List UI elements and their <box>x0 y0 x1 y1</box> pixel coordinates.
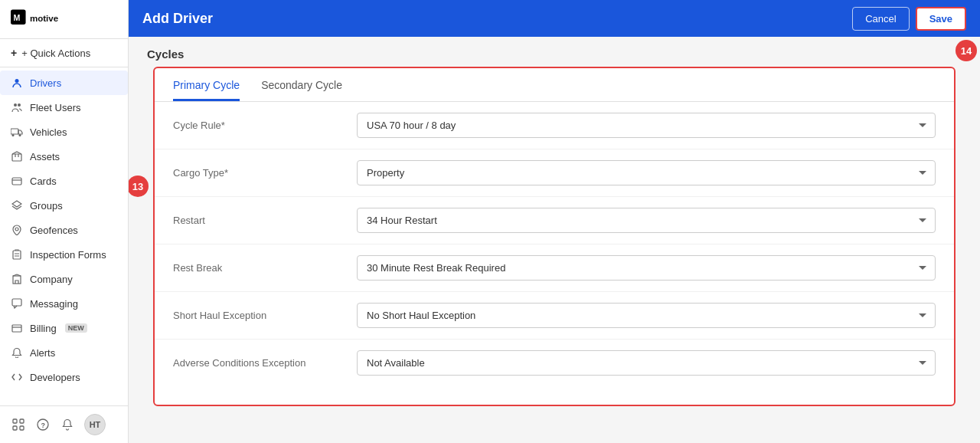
sidebar-item-inspection-forms[interactable]: Inspection Forms <box>0 242 128 267</box>
person-icon <box>11 77 23 89</box>
section-label: Cycles <box>129 37 980 67</box>
building-icon <box>11 273 23 285</box>
form-row-restart: Restart No Restart 34 Hour Restart 168 H… <box>155 197 954 244</box>
tab-secondary-cycle[interactable]: Secondary Cycle <box>261 68 342 101</box>
sidebar-nav: Drivers Fleet Users Vehicles Assets Card <box>0 67 128 405</box>
svg-text:?: ? <box>41 422 46 429</box>
cancel-button[interactable]: Cancel <box>852 7 909 31</box>
tab-primary-cycle[interactable]: Primary Cycle <box>173 68 240 101</box>
svg-point-8 <box>19 134 21 136</box>
step-badge-13: 13 <box>129 176 149 197</box>
motive-logo: M motive <box>11 9 72 28</box>
sidebar-footer: ? HT <box>0 405 128 443</box>
step-badge-14: 14 <box>956 40 977 61</box>
svg-rect-25 <box>20 419 24 423</box>
sidebar-item-label: Developers <box>30 372 80 383</box>
form-row-rest-break: Rest Break No Rest Break Required 30 Min… <box>155 244 954 292</box>
svg-text:motive: motive <box>30 14 59 23</box>
form-control-restart: No Restart 34 Hour Restart 168 Hour Rest… <box>357 208 936 233</box>
cycle-rule-select[interactable]: USA 70 hour / 8 day USA 60 hour / 7 day … <box>357 113 936 138</box>
svg-rect-21 <box>12 299 21 306</box>
sidebar: M motive + + Quick Actions Drivers Fleet… <box>0 0 129 443</box>
sidebar-item-label: Alerts <box>30 347 55 359</box>
quick-actions-label: + Quick Actions <box>21 48 90 59</box>
sidebar-item-cards[interactable]: Cards <box>0 169 128 193</box>
sidebar-item-fleet-users[interactable]: Fleet Users <box>0 95 128 120</box>
card-icon <box>11 175 23 187</box>
svg-point-14 <box>15 228 18 231</box>
form-control-short-haul: No Short Haul Exception 150 Air Mile Exc… <box>357 303 936 328</box>
svg-rect-15 <box>13 251 21 259</box>
notifications-icon[interactable] <box>60 417 75 432</box>
sidebar-item-label: Groups <box>30 200 63 212</box>
sidebar-item-label: Vehicles <box>30 126 67 138</box>
plus-icon: + <box>11 47 17 59</box>
form-label-rest-break: Rest Break <box>173 262 357 274</box>
form-row-cargo-type: Cargo Type* Property Passenger Hazmat <box>155 149 954 197</box>
svg-point-4 <box>14 103 17 107</box>
form-label-cargo-type: Cargo Type* <box>173 167 357 179</box>
rest-break-select[interactable]: No Rest Break Required 30 Minute Rest Br… <box>357 255 936 281</box>
cycles-card: Primary Cycle Secondary Cycle Cycle Rule… <box>153 67 956 406</box>
cargo-type-select[interactable]: Property Passenger Hazmat <box>357 160 936 185</box>
sidebar-item-label: Drivers <box>30 77 61 89</box>
sidebar-item-label: Messaging <box>30 298 78 310</box>
clipboard-icon <box>11 248 23 261</box>
svg-point-7 <box>12 134 15 136</box>
sidebar-item-assets[interactable]: Assets <box>0 144 128 169</box>
avatar[interactable]: HT <box>84 414 106 435</box>
sidebar-item-alerts[interactable]: Alerts <box>0 340 128 365</box>
new-badge: NEW <box>65 323 87 333</box>
form-control-cycle-rule: USA 70 hour / 8 day USA 60 hour / 7 day … <box>357 113 936 138</box>
sidebar-item-developers[interactable]: Developers <box>0 365 128 389</box>
sidebar-logo: M motive <box>0 0 128 39</box>
adverse-conditions-select[interactable]: Not Available Available <box>357 350 936 376</box>
geofence-icon <box>11 224 23 236</box>
sidebar-item-groups[interactable]: Groups <box>0 193 128 218</box>
sidebar-item-label: Assets <box>30 151 60 162</box>
main-content: Add Driver Cancel Save Cycles 14 13 Prim… <box>129 0 980 443</box>
svg-rect-24 <box>13 419 17 423</box>
help-icon[interactable]: ? <box>35 417 51 432</box>
sidebar-item-geofences[interactable]: Geofences <box>0 218 128 242</box>
sidebar-item-company[interactable]: Company <box>0 267 128 291</box>
sidebar-item-label: Company <box>30 274 73 285</box>
sidebar-item-label: Fleet Users <box>30 102 80 113</box>
svg-rect-9 <box>12 154 21 161</box>
sidebar-item-label: Geofences <box>30 225 78 236</box>
save-button[interactable]: Save <box>916 7 966 31</box>
topbar: Add Driver Cancel Save <box>129 0 980 37</box>
sidebar-item-drivers[interactable]: Drivers <box>0 71 128 95</box>
quick-actions-button[interactable]: + + Quick Actions <box>0 39 128 67</box>
svg-text:M: M <box>14 13 21 22</box>
short-haul-select[interactable]: No Short Haul Exception 150 Air Mile Exc… <box>357 303 936 328</box>
form-row-adverse-conditions: Adverse Conditions Exception Not Availab… <box>155 340 954 386</box>
sidebar-item-vehicles[interactable]: Vehicles <box>0 120 128 144</box>
restart-select[interactable]: No Restart 34 Hour Restart 168 Hour Rest… <box>357 208 936 233</box>
chat-icon <box>11 297 23 310</box>
truck-icon <box>11 126 23 138</box>
box-icon <box>11 150 23 162</box>
code-icon <box>11 371 23 383</box>
svg-rect-26 <box>13 426 17 430</box>
svg-rect-22 <box>12 325 21 332</box>
grid-icon[interactable] <box>11 417 26 432</box>
svg-rect-6 <box>11 129 18 134</box>
sidebar-item-messaging[interactable]: Messaging <box>0 291 128 316</box>
billing-icon <box>11 322 23 334</box>
form-label-adverse-conditions: Adverse Conditions Exception <box>173 357 357 369</box>
bell-icon <box>11 346 23 359</box>
cycles-section: 13 Primary Cycle Secondary Cycle Cycle R… <box>141 67 968 406</box>
svg-rect-12 <box>12 178 21 185</box>
group-icon <box>11 101 23 113</box>
form-control-rest-break: No Rest Break Required 30 Minute Rest Br… <box>357 255 936 281</box>
sidebar-item-billing[interactable]: Billing NEW <box>0 316 128 340</box>
page-title: Add Driver <box>142 11 213 27</box>
sidebar-item-label: Inspection Forms <box>30 249 106 261</box>
svg-rect-27 <box>20 426 24 430</box>
form-control-cargo-type: Property Passenger Hazmat <box>357 160 936 185</box>
sidebar-item-label: Billing <box>30 323 57 334</box>
topbar-actions: Cancel Save <box>852 7 966 31</box>
tabs-container: Primary Cycle Secondary Cycle <box>155 68 954 102</box>
layers-icon <box>11 199 23 212</box>
